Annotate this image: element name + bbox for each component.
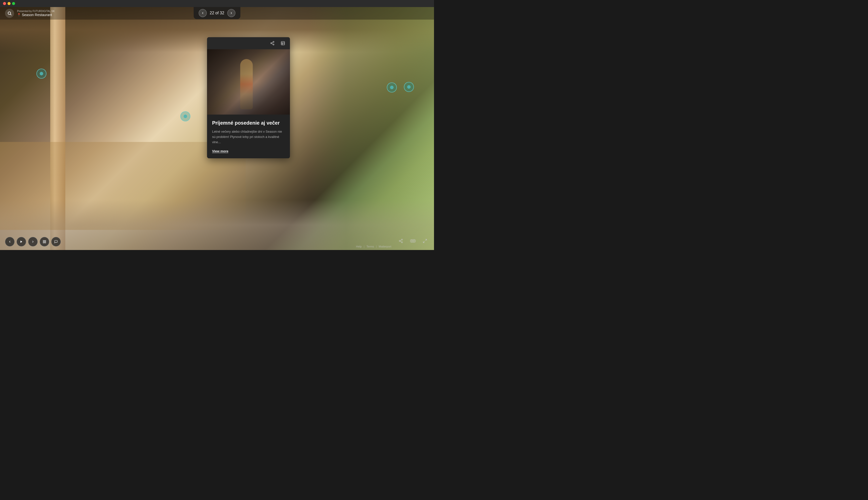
svg-rect-15 bbox=[43, 242, 44, 243]
play-pause-button[interactable] bbox=[16, 237, 26, 247]
panel-title: Príjemné posedenie aj večer bbox=[212, 120, 285, 126]
search-button[interactable] bbox=[5, 9, 14, 18]
prev-scene-button[interactable] bbox=[199, 9, 207, 17]
svg-line-20 bbox=[400, 240, 401, 241]
svg-rect-12 bbox=[43, 240, 44, 241]
maximize-button[interactable] bbox=[12, 2, 15, 5]
next-playback-button[interactable] bbox=[28, 237, 38, 247]
svg-marker-11 bbox=[21, 241, 22, 243]
panel-toolbar bbox=[207, 37, 290, 49]
next-scene-button[interactable] bbox=[227, 9, 235, 17]
hotspot-2[interactable] bbox=[180, 111, 190, 121]
svg-point-23 bbox=[413, 240, 415, 242]
outdoor-area-overlay bbox=[309, 7, 434, 250]
bottom-right-controls bbox=[397, 237, 429, 245]
titlebar bbox=[0, 0, 434, 7]
svg-line-26 bbox=[423, 241, 425, 243]
location-info: Presented by FUTURDIGITAL.SK 📍 Season Re… bbox=[17, 10, 55, 17]
panel-image bbox=[207, 49, 290, 115]
location-name: 📍 Season Restaurant bbox=[17, 13, 55, 17]
fullscreen-button[interactable] bbox=[421, 237, 429, 245]
svg-line-5 bbox=[272, 44, 273, 44]
footer-links: Help | Terms | Matterport bbox=[356, 245, 391, 248]
comment-button[interactable] bbox=[51, 237, 61, 247]
prev-playback-button[interactable] bbox=[5, 237, 14, 247]
view-more-button[interactable]: View more bbox=[212, 149, 228, 153]
bottom-controls-row bbox=[5, 237, 61, 247]
info-panel: Príjemné posedenie aj večer Letné večery… bbox=[207, 37, 290, 158]
location-pin-icon: 📍 bbox=[17, 13, 21, 16]
hotspot-4[interactable] bbox=[404, 82, 414, 92]
minimize-button[interactable] bbox=[8, 2, 11, 5]
svg-rect-13 bbox=[45, 240, 46, 241]
svg-line-1 bbox=[10, 14, 11, 15]
close-button[interactable] bbox=[3, 2, 6, 5]
hotspot-1[interactable] bbox=[36, 69, 46, 79]
nav-counter: 22 of 32 bbox=[194, 7, 240, 19]
svg-line-6 bbox=[272, 42, 273, 43]
vr-button[interactable] bbox=[409, 237, 417, 245]
panorama-viewer: Presented by FUTURDIGITAL.SK 📍 Season Re… bbox=[0, 7, 434, 250]
hotspot-3[interactable] bbox=[387, 82, 397, 92]
svg-rect-7 bbox=[281, 42, 285, 45]
scene-counter: 22 of 32 bbox=[210, 11, 224, 15]
grid-view-button[interactable] bbox=[40, 237, 49, 247]
share-button[interactable] bbox=[397, 237, 405, 245]
window-controls bbox=[3, 2, 15, 5]
svg-rect-14 bbox=[45, 242, 46, 243]
layout-panel-button[interactable] bbox=[279, 40, 286, 47]
location-name-text: Season Restaurant bbox=[22, 13, 52, 17]
header-left: Presented by FUTURDIGITAL.SK 📍 Season Re… bbox=[5, 9, 55, 18]
terms-link[interactable]: Terms bbox=[367, 245, 374, 248]
presented-by-label: Presented by FUTURDIGITAL.SK bbox=[17, 10, 55, 13]
heater-shape bbox=[240, 59, 253, 109]
share-panel-button[interactable] bbox=[269, 40, 276, 47]
svg-line-25 bbox=[426, 239, 427, 240]
svg-line-19 bbox=[400, 241, 401, 242]
panel-content: Príjemné posedenie aj večer Letné večery… bbox=[207, 115, 290, 158]
svg-point-22 bbox=[411, 240, 413, 242]
matterport-logo: Matterport bbox=[379, 245, 391, 248]
panel-description: Letné večery alebo chladnejšie dni v Sea… bbox=[212, 129, 285, 145]
help-link[interactable]: Help bbox=[356, 245, 362, 248]
